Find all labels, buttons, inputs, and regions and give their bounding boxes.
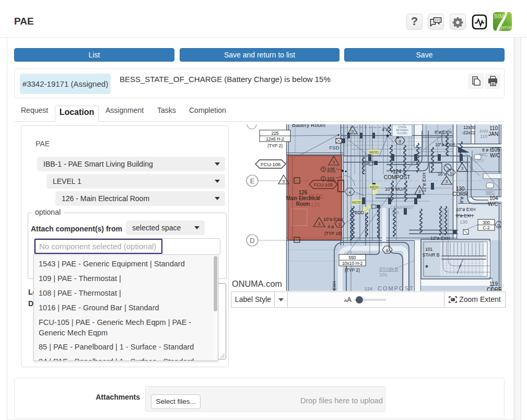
svg-text:124: 124 — [393, 169, 402, 174]
svg-text:101: 101 — [379, 272, 388, 277]
svg-text:BDD: BDD — [355, 210, 364, 215]
svg-text:BETWEEN: BETWEEN — [396, 129, 408, 132]
svg-text:T: T — [322, 168, 324, 171]
svg-text:Room: Room — [296, 201, 310, 207]
svg-text:Main Electrical: Main Electrical — [286, 195, 320, 201]
svg-text:STAIR B: STAIR B — [423, 252, 440, 258]
svg-text:3: 3 — [446, 179, 448, 184]
svg-text:COMPOST: COMPOST — [390, 205, 414, 210]
svg-text:3: 3 — [352, 129, 354, 134]
svg-text:FLOORS: FLOORS — [397, 132, 407, 135]
svg-text:MOD: MOD — [352, 200, 362, 205]
svg-text:8”ø EXH: 8”ø EXH — [456, 213, 473, 218]
svg-text:COMPOST: COMPOST — [384, 174, 411, 180]
svg-text:C-2: C-2 — [483, 225, 490, 230]
svg-text:124: 124 — [365, 286, 372, 291]
svg-text:3: 3 — [418, 189, 421, 194]
svg-text:1: 1 — [338, 222, 341, 227]
svg-text:10”ø EXH: 10”ø EXH — [323, 217, 343, 222]
svg-text:8”ø: 8”ø — [459, 196, 464, 203]
svg-text:-22x22: -22x22 — [462, 130, 475, 135]
svg-text:3: 3 — [318, 221, 321, 226]
svg-text:(TYP 2): (TYP 2) — [345, 267, 360, 273]
svg-text:104: 104 — [489, 195, 498, 201]
svg-text:FCU-106: FCU-106 — [261, 161, 281, 167]
svg-text:225: 225 — [271, 131, 278, 136]
svg-text:105: 105 — [327, 167, 335, 172]
svg-text:10”ø EXH: 10”ø EXH — [435, 142, 454, 147]
svg-text:JAN.: JAN. — [488, 131, 500, 137]
svg-text:126: 126 — [311, 202, 320, 208]
svg-text:BIM: BIM — [494, 13, 504, 19]
svg-text:550: 550 — [348, 255, 356, 260]
svg-text:12x30: 12x30 — [463, 125, 475, 130]
svg-text:3: 3 — [461, 166, 464, 171]
svg-text:6: 6 — [386, 248, 389, 253]
svg-text:130: 130 — [460, 219, 467, 225]
svg-text:10”ø MUA: 10”ø MUA — [385, 186, 405, 192]
svg-text:(TYP 2): (TYP 2) — [267, 143, 283, 148]
svg-text:W/C: W/C — [486, 190, 495, 195]
svg-text:4: 4 — [348, 190, 350, 195]
svg-text:105: 105 — [491, 147, 500, 153]
svg-text:12”ø EXH: 12”ø EXH — [421, 173, 427, 192]
svg-text:FSD: FSD — [330, 145, 339, 150]
svg-text:genie: genie — [499, 25, 512, 30]
svg-text:9: 9 — [399, 139, 401, 144]
svg-text:4”ø: 4”ø — [382, 127, 389, 132]
svg-text:3: 3 — [283, 179, 285, 184]
svg-text:110: 110 — [480, 134, 487, 139]
svg-text:1: 1 — [450, 171, 452, 176]
svg-text:Battery Room: Battery Room — [292, 124, 325, 128]
svg-text:FCU-105: FCU-105 — [314, 182, 333, 188]
svg-text:12”ø EXH: 12”ø EXH — [430, 236, 450, 241]
svg-text:3: 3 — [333, 160, 335, 165]
svg-text:EXH: EXH — [332, 282, 337, 290]
svg-text:8”ø EXH: 8”ø EXH — [435, 130, 452, 135]
svg-text:101: 101 — [425, 247, 432, 252]
svg-text:CHASE: CHASE — [398, 126, 406, 129]
svg-text:COMPOST: COMPOST — [378, 285, 414, 291]
svg-text:W/C: W/C — [488, 201, 498, 207]
svg-text:W/C: W/C — [490, 153, 500, 158]
svg-text:12x6 H-2: 12x6 H-2 — [266, 136, 284, 142]
svg-text:JAN.: JAN. — [479, 129, 489, 134]
svg-text:10”ø EXH: 10”ø EXH — [456, 207, 475, 212]
svg-text:MOD: MOD — [369, 150, 379, 155]
svg-text:300: 300 — [483, 220, 490, 225]
svg-text:110: 110 — [489, 125, 498, 131]
svg-text:119: 119 — [489, 281, 498, 287]
svg-text:E: E — [250, 177, 255, 185]
svg-text:MOD: MOD — [370, 185, 380, 190]
svg-text:D: D — [250, 237, 254, 244]
svg-text:STAIR B: STAIR B — [379, 266, 398, 272]
svg-text:11: 11 — [497, 223, 501, 228]
svg-text:124: 124 — [391, 210, 399, 215]
svg-text:4 ø: 4 ø — [327, 224, 334, 229]
svg-text:CORR: CORR — [487, 287, 501, 291]
svg-text:16”ø: 16”ø — [438, 171, 447, 177]
svg-text:10x10 H-2: 10x10 H-2 — [342, 261, 362, 266]
svg-text:CORR: CORR — [452, 191, 467, 197]
svg-text:(TYP 18): (TYP 18) — [324, 231, 342, 236]
svg-text:126: 126 — [299, 190, 308, 195]
